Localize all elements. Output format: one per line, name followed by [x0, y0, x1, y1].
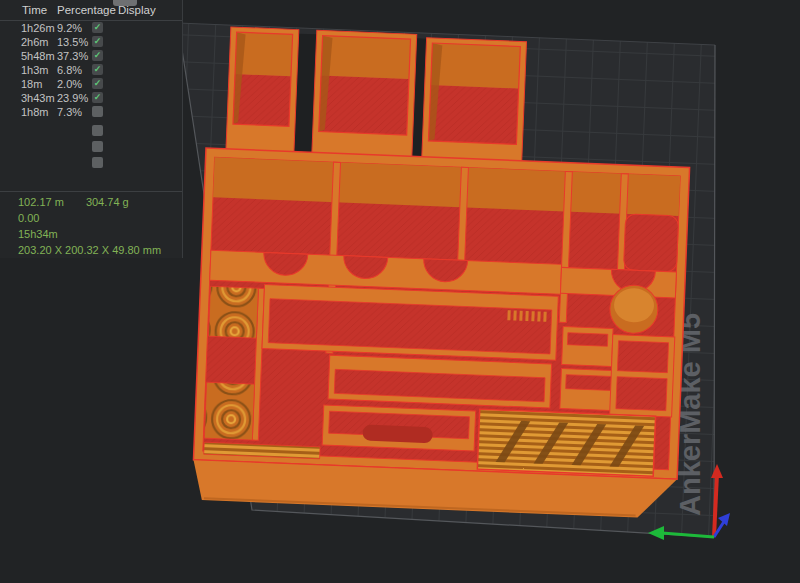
legend-header: Time Percentage Display	[0, 4, 182, 19]
row-time: 18m	[21, 78, 42, 90]
bin-medium	[312, 30, 417, 162]
stats-separator	[0, 191, 182, 192]
print-cost: 0.00	[18, 212, 39, 224]
row-percentage: 23.9%	[57, 92, 88, 104]
legend-row[interactable]	[0, 140, 182, 154]
bin-large	[421, 38, 526, 172]
display-checkbox[interactable]: ✓	[92, 22, 103, 33]
display-checkbox[interactable]	[92, 157, 103, 168]
row-percentage: 9.2%	[57, 22, 82, 34]
row-percentage: 37.3%	[57, 50, 88, 62]
model-dimensions: 203.20 X 200.32 X 49.80 mm	[18, 244, 161, 256]
display-checkbox[interactable]	[92, 106, 103, 117]
bin-small	[226, 27, 299, 154]
display-checkbox[interactable]: ✓	[92, 78, 103, 89]
legend-row[interactable]: 1h26m 9.2% ✓	[0, 21, 182, 35]
legend-row[interactable]	[0, 156, 182, 170]
slicer-preview-screen: AnkerMake M5	[0, 0, 800, 583]
display-checkbox[interactable]	[92, 141, 103, 152]
legend-row[interactable]: 18m 2.0% ✓	[0, 77, 182, 91]
slat-tray	[477, 409, 655, 476]
legend-row[interactable]: 1h8m 7.3%	[0, 105, 182, 119]
moire-slot	[204, 382, 254, 440]
display-checkbox[interactable]: ✓	[92, 64, 103, 75]
header-time: Time	[22, 4, 47, 16]
display-checkbox[interactable]: ✓	[92, 92, 103, 103]
middle-tray	[262, 284, 558, 360]
row-time: 3h43m	[21, 92, 55, 104]
display-checkbox[interactable]	[92, 125, 103, 136]
moire-slot	[208, 286, 258, 338]
row-percentage: 13.5%	[57, 36, 88, 48]
legend-row[interactable]	[0, 124, 182, 138]
row-percentage: 6.8%	[57, 64, 82, 76]
row-percentage: 7.3%	[57, 106, 82, 118]
filament-usage: 102.17 m304.74 g	[18, 196, 129, 208]
tray-item	[362, 425, 433, 444]
legend-row[interactable]: 3h43m 23.9% ✓	[0, 91, 182, 105]
row-time: 1h26m	[21, 22, 55, 34]
row-time: 1h3m	[21, 64, 49, 76]
display-checkbox[interactable]: ✓	[92, 50, 103, 61]
filament-length: 102.17 m	[18, 196, 64, 208]
row-time: 5h48m	[21, 50, 55, 62]
rounded-bin-floor	[623, 214, 678, 272]
row-time: 1h8m	[21, 106, 49, 118]
panel-scrollbar-thumb[interactable]	[113, 0, 137, 6]
organizer-box	[192, 148, 690, 519]
legend-panel: Time Percentage Display 1h26m 9.2% ✓ 2h6…	[0, 0, 183, 258]
legend-row[interactable]: 2h6m 13.5% ✓	[0, 35, 182, 49]
filament-weight: 304.74 g	[86, 196, 129, 208]
legend-row[interactable]: 5h48m 37.3% ✓	[0, 49, 182, 63]
legend-row[interactable]: 1h3m 6.8% ✓	[0, 63, 182, 77]
right-blocks	[560, 326, 675, 416]
row-percentage: 2.0%	[57, 78, 82, 90]
header-percentage: Percentage	[57, 4, 116, 16]
display-checkbox[interactable]: ✓	[92, 36, 103, 47]
print-time: 15h34m	[18, 228, 58, 240]
row-time: 2h6m	[21, 36, 49, 48]
